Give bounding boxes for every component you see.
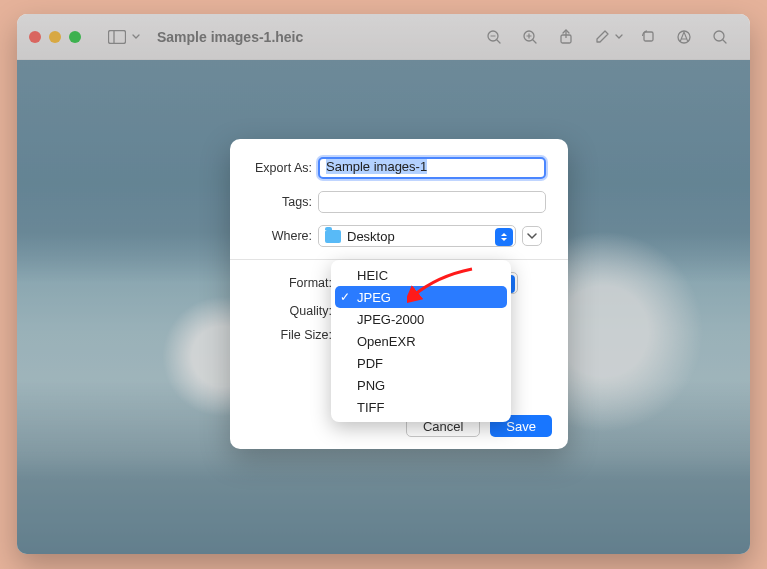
expand-button[interactable]	[522, 226, 542, 246]
highlight-icon[interactable]	[672, 25, 696, 49]
where-label: Where:	[230, 229, 318, 243]
sidebar-icon[interactable]	[105, 25, 129, 49]
menu-item-tiff[interactable]: TIFF	[335, 396, 507, 418]
share-icon[interactable]	[554, 25, 578, 49]
rotate-icon[interactable]	[636, 25, 660, 49]
svg-line-3	[497, 39, 501, 43]
menu-item-openexr[interactable]: OpenEXR	[335, 330, 507, 352]
menu-item-heic[interactable]: HEIC	[335, 264, 507, 286]
markup-chevron-icon[interactable]	[614, 25, 624, 49]
search-icon[interactable]	[708, 25, 732, 49]
traffic-lights	[29, 31, 81, 43]
svg-rect-0	[109, 30, 126, 43]
zoom-out-icon[interactable]	[482, 25, 506, 49]
markup-icon[interactable]	[590, 25, 614, 49]
menu-item-png[interactable]: PNG	[335, 374, 507, 396]
folder-icon	[325, 230, 341, 243]
check-icon: ✓	[340, 290, 350, 304]
menu-item-jpeg[interactable]: ✓JPEG	[335, 286, 507, 308]
preview-window: Sample images-1.heic Export As: Sample i…	[17, 14, 750, 554]
svg-line-6	[533, 39, 537, 43]
svg-line-14	[723, 39, 727, 43]
where-popup[interactable]: Desktop	[318, 225, 516, 247]
format-menu: HEIC ✓JPEG JPEG-2000 OpenEXR PDF PNG TIF…	[331, 260, 511, 422]
updown-icon	[495, 228, 513, 246]
where-value: Desktop	[347, 229, 395, 244]
menu-item-pdf[interactable]: PDF	[335, 352, 507, 374]
tags-input[interactable]	[318, 191, 546, 213]
fullscreen-icon[interactable]	[69, 31, 81, 43]
tags-label: Tags:	[230, 195, 318, 209]
svg-rect-11	[644, 32, 653, 41]
close-icon[interactable]	[29, 31, 41, 43]
titlebar: Sample images-1.heic	[17, 14, 750, 60]
format-label: Format:	[230, 276, 338, 290]
zoom-in-icon[interactable]	[518, 25, 542, 49]
filesize-label: File Size:	[230, 328, 338, 342]
menu-item-jpeg2000[interactable]: JPEG-2000	[335, 308, 507, 330]
export-as-label: Export As:	[230, 161, 318, 175]
window-title: Sample images-1.heic	[157, 29, 303, 45]
minimize-icon[interactable]	[49, 31, 61, 43]
export-as-input[interactable]: Sample images-1	[318, 157, 546, 179]
quality-label: Quality:	[230, 304, 338, 318]
sidebar-chevron-icon[interactable]	[131, 25, 141, 49]
